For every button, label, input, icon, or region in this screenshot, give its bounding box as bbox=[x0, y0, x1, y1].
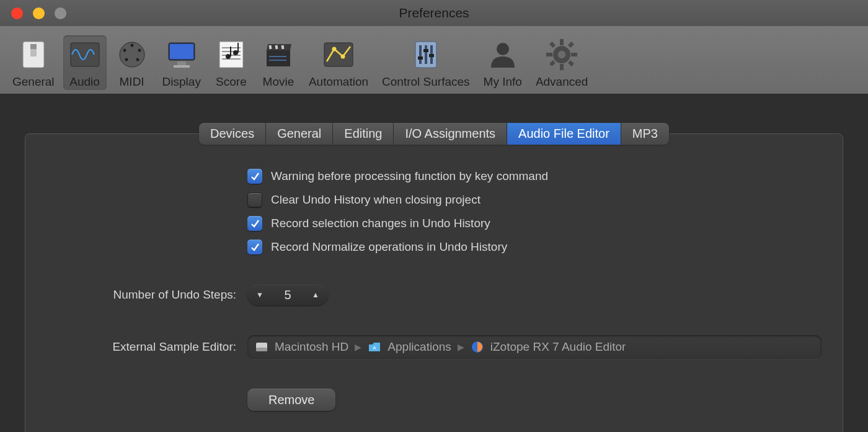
toolbar-item-my-info[interactable]: My Info bbox=[479, 35, 527, 90]
svg-rect-49 bbox=[549, 60, 556, 66]
clapper-icon bbox=[262, 38, 295, 71]
svg-rect-44 bbox=[546, 53, 552, 56]
svg-rect-45 bbox=[571, 53, 577, 56]
chevron-right-icon: ▶ bbox=[355, 342, 361, 352]
window-title: Preferences bbox=[0, 6, 868, 20]
midi-icon bbox=[115, 38, 149, 71]
record-selection-label: Record selection changes in Undo History bbox=[271, 217, 490, 230]
remove-button[interactable]: Remove bbox=[247, 389, 335, 411]
svg-point-31 bbox=[332, 47, 336, 52]
clear-undo-checkbox[interactable] bbox=[247, 192, 262, 207]
toolbar-item-label: Control Surfaces bbox=[382, 75, 470, 89]
prefs-toolbar: General Audio MIDI Display Score Movie bbox=[0, 26, 868, 94]
svg-rect-2 bbox=[30, 44, 37, 49]
svg-point-50 bbox=[559, 52, 565, 58]
svg-point-19 bbox=[226, 54, 231, 59]
toolbar-item-automation[interactable]: Automation bbox=[304, 35, 373, 90]
undo-steps-stepper[interactable]: ▼ 5 ▲ bbox=[247, 284, 328, 305]
path-segment: Applications bbox=[388, 340, 451, 354]
toolbar-item-control-surfaces[interactable]: Control Surfaces bbox=[377, 35, 475, 90]
tab-mp3[interactable]: MP3 bbox=[621, 123, 669, 145]
svg-rect-42 bbox=[560, 39, 564, 45]
titlebar: Preferences bbox=[0, 0, 868, 26]
audio-subtabs: Devices General Editing I/O Assignments … bbox=[0, 123, 868, 145]
toolbar-item-midi[interactable]: MIDI bbox=[110, 35, 154, 90]
svg-rect-35 bbox=[425, 45, 427, 64]
svg-point-7 bbox=[138, 49, 141, 52]
svg-text:A: A bbox=[373, 345, 377, 351]
toolbar-item-label: Display bbox=[162, 75, 201, 89]
record-normalize-label: Record Normalize operations in Undo Hist… bbox=[271, 240, 507, 254]
svg-rect-25 bbox=[269, 45, 272, 49]
drive-icon bbox=[255, 340, 268, 354]
svg-point-9 bbox=[136, 58, 139, 61]
toolbar-item-label: Movie bbox=[263, 75, 294, 89]
toolbar-item-score[interactable]: Score bbox=[210, 35, 253, 90]
svg-rect-43 bbox=[560, 64, 564, 70]
warn-before-processing-checkbox[interactable] bbox=[247, 169, 262, 184]
external-editor-label: External Sample Editor: bbox=[50, 340, 236, 354]
chevron-down-icon: ▼ bbox=[256, 290, 264, 299]
monitor-icon bbox=[165, 38, 198, 71]
undo-steps-label: Number of Undo Steps: bbox=[50, 288, 236, 302]
svg-rect-34 bbox=[419, 45, 422, 64]
record-selection-checkbox[interactable] bbox=[247, 216, 262, 231]
tab-audio-file-editor[interactable]: Audio File Editor bbox=[507, 123, 621, 145]
svg-rect-3 bbox=[71, 43, 99, 66]
tab-editing[interactable]: Editing bbox=[333, 123, 394, 145]
toolbar-item-display[interactable]: Display bbox=[157, 35, 206, 90]
toolbar-item-audio[interactable]: Audio bbox=[63, 35, 107, 90]
switch-icon bbox=[17, 38, 50, 71]
svg-rect-47 bbox=[568, 60, 574, 66]
score-icon bbox=[215, 38, 248, 71]
svg-rect-48 bbox=[568, 42, 574, 48]
svg-rect-37 bbox=[418, 56, 423, 60]
svg-rect-12 bbox=[177, 61, 186, 65]
svg-rect-52 bbox=[256, 348, 267, 351]
svg-rect-26 bbox=[275, 45, 278, 49]
toolbar-item-general[interactable]: General bbox=[7, 35, 60, 90]
svg-point-6 bbox=[123, 49, 126, 52]
app-icon bbox=[471, 340, 484, 354]
toolbar-item-movie[interactable]: Movie bbox=[257, 35, 300, 90]
svg-point-21 bbox=[233, 50, 238, 55]
svg-point-32 bbox=[340, 55, 345, 59]
toolbar-item-advanced[interactable]: Advanced bbox=[531, 35, 593, 90]
tab-general[interactable]: General bbox=[266, 123, 333, 145]
external-editor-path[interactable]: Macintosh HD ▶ A Applications ▶ iZotope … bbox=[247, 335, 822, 359]
svg-rect-39 bbox=[429, 54, 434, 57]
person-icon bbox=[486, 38, 520, 71]
svg-rect-46 bbox=[549, 42, 556, 48]
audio-file-editor-panel: Warning before processing function by ke… bbox=[25, 133, 843, 432]
toolbar-item-label: General bbox=[12, 75, 55, 89]
clear-undo-label: Clear Undo History when closing project bbox=[271, 193, 480, 207]
svg-rect-23 bbox=[267, 50, 290, 66]
warn-before-processing-label: Warning before processing function by ke… bbox=[271, 169, 548, 183]
gear-icon bbox=[545, 38, 578, 71]
record-normalize-checkbox[interactable] bbox=[247, 240, 262, 254]
svg-rect-22 bbox=[237, 43, 239, 53]
svg-point-40 bbox=[497, 43, 509, 55]
path-segment: iZotope RX 7 Audio Editor bbox=[490, 340, 626, 354]
waveform-icon bbox=[68, 38, 102, 71]
toolbar-item-label: Automation bbox=[309, 75, 368, 89]
chevron-right-icon: ▶ bbox=[458, 342, 464, 352]
toolbar-item-label: Score bbox=[216, 75, 247, 89]
automation-icon bbox=[322, 38, 355, 71]
svg-rect-27 bbox=[281, 45, 285, 49]
svg-rect-20 bbox=[230, 47, 231, 56]
svg-point-8 bbox=[125, 58, 128, 61]
toolbar-item-label: Advanced bbox=[536, 75, 588, 89]
svg-rect-30 bbox=[324, 43, 353, 66]
path-segment: Macintosh HD bbox=[275, 340, 348, 354]
undo-steps-value: 5 bbox=[284, 288, 291, 302]
tab-devices[interactable]: Devices bbox=[199, 123, 266, 145]
tab-io-assignments[interactable]: I/O Assignments bbox=[394, 123, 507, 145]
faders-icon bbox=[409, 38, 443, 71]
svg-point-5 bbox=[130, 44, 133, 47]
svg-rect-38 bbox=[423, 49, 428, 52]
svg-rect-13 bbox=[174, 65, 190, 68]
svg-rect-11 bbox=[170, 44, 193, 59]
toolbar-item-label: MIDI bbox=[120, 75, 144, 89]
toolbar-item-label: Audio bbox=[69, 75, 100, 89]
